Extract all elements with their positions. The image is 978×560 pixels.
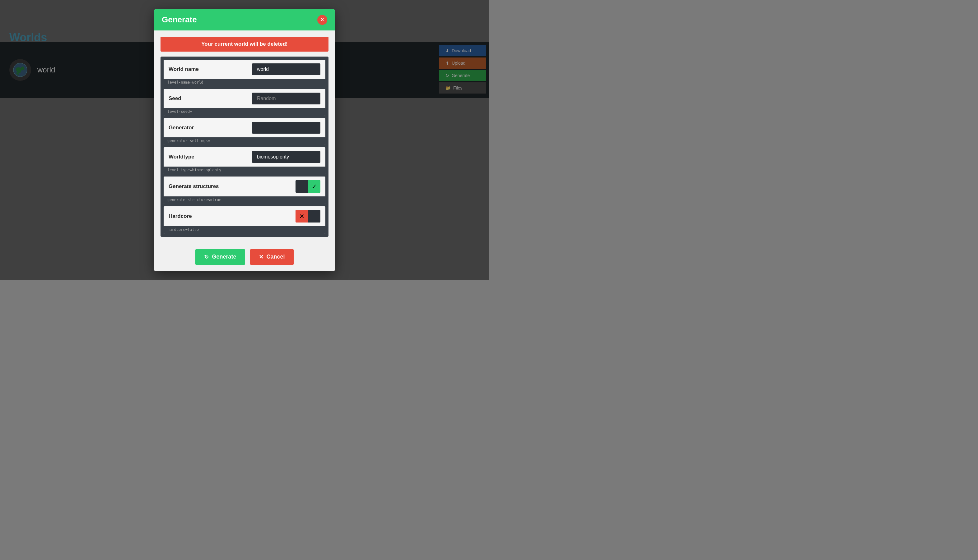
- toggle-check-icon: ✓: [308, 180, 320, 193]
- cancel-button[interactable]: ✕ Cancel: [250, 249, 294, 265]
- toggle-x-icon: ✕: [296, 210, 308, 223]
- seed-top: Seed: [164, 89, 325, 108]
- modal-body: Your current world will be deleted! Worl…: [154, 30, 335, 243]
- generator-setting: Generator generator-settings=: [164, 118, 325, 145]
- seed-input[interactable]: [252, 93, 320, 104]
- worldtype-label: Worldtype: [169, 154, 249, 160]
- seed-hint: level-seed=: [164, 108, 325, 116]
- generate-structures-top: Generate structures ✓: [164, 177, 325, 197]
- generate-structures-label: Generate structures: [169, 183, 293, 190]
- hardcore-toggle[interactable]: ✕: [296, 210, 320, 223]
- world-name-label: World name: [169, 66, 249, 72]
- hardcore-top: Hardcore ✕: [164, 207, 325, 226]
- seed-label: Seed: [169, 95, 249, 102]
- generate-button[interactable]: ↻ Generate: [196, 249, 245, 265]
- worldtype-top: Worldtype: [164, 147, 325, 167]
- worldtype-setting: Worldtype level-type=biomesoplenty: [164, 147, 325, 174]
- world-name-hint: level-name=world: [164, 79, 325, 87]
- hardcore-setting: Hardcore ✕ hardcore=false: [164, 207, 325, 234]
- generate-structures-toggle[interactable]: ✓: [296, 180, 320, 193]
- seed-setting: Seed level-seed=: [164, 89, 325, 116]
- modal-close-button[interactable]: ×: [317, 15, 327, 25]
- modal-header: Generate ×: [154, 9, 335, 30]
- generate-modal: Generate × Your current world will be de…: [154, 9, 335, 271]
- generate-structures-hint: generate-structures=true: [164, 197, 325, 204]
- settings-container: World name level-name=world Seed level-s…: [160, 57, 328, 237]
- warning-banner: Your current world will be deleted!: [160, 37, 328, 52]
- world-name-setting: World name level-name=world: [164, 60, 325, 87]
- worldtype-hint: level-type=biomesoplenty: [164, 167, 325, 174]
- hardcore-label: Hardcore: [169, 213, 293, 219]
- generator-label: Generator: [169, 125, 249, 131]
- modal-footer: ↻ Generate ✕ Cancel: [154, 243, 335, 271]
- modal-overlay: Generate × Your current world will be de…: [0, 0, 489, 280]
- modal-title: Generate: [162, 15, 197, 25]
- generator-input[interactable]: [252, 122, 320, 133]
- generate-refresh-icon: ↻: [204, 253, 209, 260]
- cancel-x-icon: ✕: [259, 253, 264, 260]
- world-name-top: World name: [164, 60, 325, 79]
- worldtype-input[interactable]: [252, 151, 320, 163]
- generate-structures-setting: Generate structures ✓ generate-structure…: [164, 177, 325, 204]
- generator-hint: generator-settings=: [164, 137, 325, 145]
- toggle-off-side-2: [308, 210, 320, 223]
- hardcore-hint: hardcore=false: [164, 226, 325, 234]
- generator-top: Generator: [164, 118, 325, 137]
- world-name-input[interactable]: [252, 63, 320, 75]
- toggle-off-side: [296, 180, 308, 193]
